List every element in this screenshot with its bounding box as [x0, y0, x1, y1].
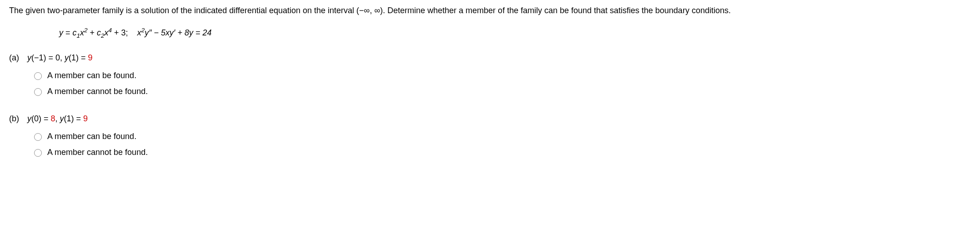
bc-val: 9: [88, 53, 93, 62]
radio-icon[interactable]: [34, 149, 42, 157]
option-label: A member can be found.: [47, 71, 136, 80]
bc-y2-arg: (1) =: [69, 53, 88, 62]
bc-y2: y: [60, 114, 64, 123]
part-a-option-2[interactable]: A member cannot be found.: [34, 85, 148, 98]
bc-val2: 9: [83, 114, 88, 123]
option-label: A member can be found.: [47, 132, 136, 141]
bc-y1: y: [27, 114, 31, 123]
problem-intro: The given two-parameter family is a solu…: [9, 5, 971, 17]
eq-de-rest: y″ − 5xy′ + 8y = 24: [145, 28, 211, 37]
eq-plus1: +: [88, 28, 97, 37]
bc-sep: ,: [55, 114, 60, 123]
part-b-option-2[interactable]: A member cannot be found.: [34, 146, 148, 159]
eq-c1-sub: 1: [77, 32, 80, 39]
radio-icon[interactable]: [34, 133, 42, 141]
bc-y1-arg: (−1) = 0,: [31, 53, 65, 62]
eq-x2: x: [80, 28, 84, 37]
part-a-option-1[interactable]: A member can be found.: [34, 70, 148, 82]
option-label: A member cannot be found.: [47, 87, 148, 96]
bc-val1: 8: [51, 114, 55, 123]
radio-icon[interactable]: [34, 72, 42, 80]
bc-y1: y: [27, 53, 31, 62]
part-a-boundary: y(−1) = 0, y(1) = 9: [27, 52, 148, 64]
part-b-option-1[interactable]: A member can be found.: [34, 130, 148, 143]
bc-y2-arg: (1) =: [64, 114, 84, 123]
eq-x2-sup: 2: [84, 27, 88, 34]
eq-c2: c: [97, 28, 101, 37]
equation-block: y = c1x2 + c2x4 + 3; x2y″ − 5xy′ + 8y = …: [59, 26, 971, 40]
bc-y1-arg: (0) =: [31, 114, 51, 123]
eq-c2-sub: 2: [101, 32, 105, 39]
part-b: (b) y(0) = 8, y(1) = 9 A member can be f…: [9, 113, 971, 162]
eq-de-x: x: [137, 28, 141, 37]
eq-y: y: [59, 28, 63, 37]
eq-x4: x: [105, 28, 109, 37]
part-b-boundary: y(0) = 8, y(1) = 9: [27, 113, 148, 125]
eq-const: + 3;: [112, 28, 128, 37]
part-a-label: (a): [9, 52, 25, 64]
radio-icon[interactable]: [34, 88, 42, 96]
part-a: (a) y(−1) = 0, y(1) = 9 A member can be …: [9, 52, 971, 101]
eq-c1: c: [73, 28, 77, 37]
bc-y2: y: [65, 53, 69, 62]
option-label: A member cannot be found.: [47, 148, 148, 157]
part-b-label: (b): [9, 113, 25, 125]
eq-x4-sup: 4: [109, 27, 112, 34]
